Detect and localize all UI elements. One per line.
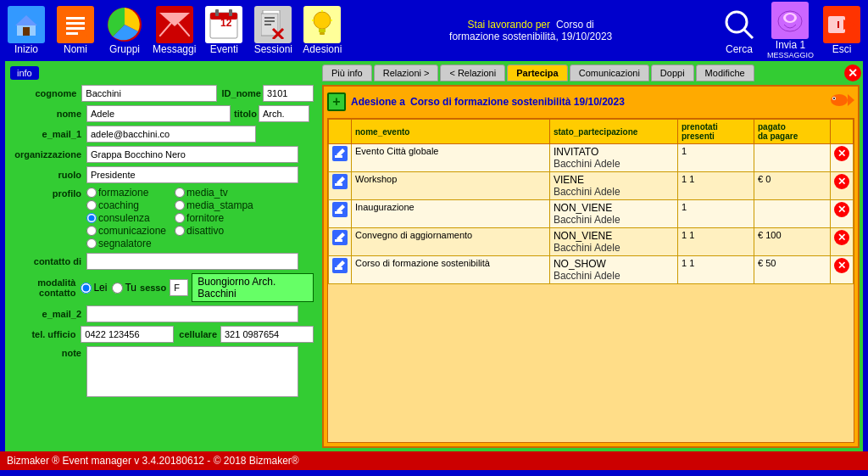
delete-row-button[interactable]: ✕ <box>834 146 849 161</box>
delete-row-button[interactable]: ✕ <box>834 230 849 245</box>
info-badge: info <box>10 66 39 80</box>
tel-input[interactable] <box>81 326 174 343</box>
svg-rect-4 <box>66 17 85 20</box>
radio-consulenza[interactable]: consulenza <box>86 212 166 224</box>
toolbar-messaggi[interactable]: Messaggi <box>153 6 196 55</box>
svg-rect-5 <box>66 22 85 25</box>
email1-label: e_mail_1 <box>10 129 86 139</box>
note-textarea[interactable] <box>86 346 298 397</box>
svg-marker-1 <box>15 15 37 25</box>
radio-fornitore[interactable]: fornitore <box>175 212 254 224</box>
contatto-row: contatto di <box>10 253 314 270</box>
toolbar-search[interactable]: Cerca <box>718 6 760 55</box>
svg-rect-6 <box>66 27 85 30</box>
toolbar-exit[interactable]: Esci <box>821 6 863 55</box>
org-input[interactable] <box>86 146 298 163</box>
id-nome-label: ID_nome <box>222 88 261 98</box>
table-row: Convegno di aggiornamentoNON_VIENEBacchi… <box>329 228 854 256</box>
cognome-input[interactable] <box>81 85 216 102</box>
tab-relazioni-fwd[interactable]: Relazioni > <box>374 64 439 81</box>
profilo-grid: formazione media_tv coaching media_stamp… <box>86 187 254 249</box>
modalita-label: modalità contatto <box>10 277 81 298</box>
cellulare-input[interactable] <box>220 326 314 343</box>
th-stato: stato_partecipazione <box>549 120 677 144</box>
toolbar-inizio[interactable]: Inizio <box>5 6 47 55</box>
fish-decoration <box>827 90 854 113</box>
add-event-button[interactable]: + <box>327 92 346 111</box>
cell-stato: NO_SHOWBacchini Adele <box>549 256 677 284</box>
status-bar: Stai lavorando per Corso di formazione s… <box>444 19 618 42</box>
search-icon <box>721 6 758 43</box>
nome-label: nome <box>10 109 86 119</box>
bottom-text: Bizmaker ® Event manager v 3.4.20180612 … <box>7 455 299 467</box>
radio-media-stampa[interactable]: media_stampa <box>175 199 254 211</box>
event-table: nome_evento stato_partecipazione prenota… <box>327 118 854 443</box>
radio-media-tv[interactable]: media_tv <box>175 187 254 199</box>
svg-rect-36 <box>828 16 845 33</box>
adesione-event: Corso di formazione sostenibilità 19/10/… <box>410 96 625 108</box>
titolo-label: titolo <box>234 109 257 119</box>
tel-label: tel. ufficio <box>10 329 81 339</box>
event-area: + Adesione a Corso di formazione sosteni… <box>322 85 860 448</box>
sesso-input[interactable] <box>170 279 188 296</box>
radio-comunicazione[interactable]: comunicazione <box>86 225 166 237</box>
th-edit <box>329 120 352 144</box>
toolbar-sessioni[interactable]: Sessioni <box>252 6 294 55</box>
close-button[interactable]: ✕ <box>844 64 861 81</box>
nome-row: nome titolo <box>10 105 314 122</box>
toolbar: Inizio Nomi Gruppi <box>0 0 868 61</box>
tab-relazioni-back[interactable]: < Relazioni <box>440 64 505 81</box>
cell-prenotati: 1 1 <box>678 228 754 256</box>
ruolo-input[interactable] <box>86 166 298 183</box>
email1-input[interactable] <box>86 126 256 143</box>
lei-radio[interactable] <box>81 283 92 294</box>
email1-row: e_mail_1 <box>10 126 314 143</box>
svg-rect-22 <box>264 24 271 25</box>
toolbar-sessioni-label: Sessioni <box>254 43 292 55</box>
search-label: Cerca <box>726 43 753 55</box>
cell-pagato <box>754 200 831 228</box>
right-panel: Più info Relazioni > < Relazioni Parteci… <box>319 61 863 451</box>
radio-disattivo[interactable]: disattivo <box>175 225 254 237</box>
delete-row-button[interactable]: ✕ <box>834 174 849 189</box>
lei-radio-group[interactable]: Lei <box>81 282 107 294</box>
nome-input[interactable] <box>86 105 231 122</box>
edit-row-button[interactable] <box>332 146 348 161</box>
lei-label: Lei <box>93 282 107 294</box>
id-nome-input[interactable] <box>263 85 314 102</box>
tab-comunicazioni[interactable]: Comunicazioni <box>570 64 649 81</box>
edit-row-button[interactable] <box>332 258 348 273</box>
svg-line-32 <box>744 30 753 38</box>
tab-doppi[interactable]: Doppi <box>651 64 694 81</box>
cal-icon: 12 <box>205 6 242 43</box>
cell-pagato: € 50 <box>754 256 831 284</box>
tu-radio[interactable] <box>112 283 123 294</box>
cell-nome-evento: Corso di formazione sostenibilità <box>352 256 550 284</box>
svg-text:12: 12 <box>220 17 232 29</box>
tab-modifiche[interactable]: Modifiche <box>696 64 754 81</box>
profilo-label: profilo <box>10 187 86 249</box>
toolbar-adesioni[interactable]: Adesioni <box>301 6 343 55</box>
tu-radio-group[interactable]: Tu <box>112 282 136 294</box>
svg-rect-21 <box>264 20 275 22</box>
delete-row-button[interactable]: ✕ <box>834 202 849 217</box>
cell-stato: NON_VIENEBacchini Adele <box>549 200 677 228</box>
edit-row-button[interactable] <box>332 230 348 245</box>
toolbar-nomi[interactable]: Nomi <box>54 6 97 55</box>
toolbar-eventi[interactable]: 12 Eventi <box>203 6 245 55</box>
radio-segnalatore[interactable]: segnalatore <box>86 238 166 249</box>
tab-partecipa[interactable]: Partecipa <box>507 64 568 81</box>
contatto-input[interactable] <box>86 253 298 270</box>
radio-coaching[interactable]: coaching <box>86 199 166 211</box>
tab-piu-info[interactable]: Più info <box>322 64 372 81</box>
radio-formazione[interactable]: formazione <box>86 187 166 199</box>
edit-row-button[interactable] <box>332 174 348 189</box>
bulb-icon <box>303 6 341 43</box>
toolbar-gruppi[interactable]: Gruppi <box>103 6 146 55</box>
delete-row-button[interactable]: ✕ <box>834 258 849 273</box>
edit-row-button[interactable] <box>332 202 348 217</box>
titolo-input[interactable] <box>259 105 309 122</box>
cell-pagato <box>754 144 831 172</box>
email2-input[interactable] <box>86 305 298 322</box>
toolbar-send[interactable]: Invia 1 MESSAGGIO <box>767 2 814 59</box>
